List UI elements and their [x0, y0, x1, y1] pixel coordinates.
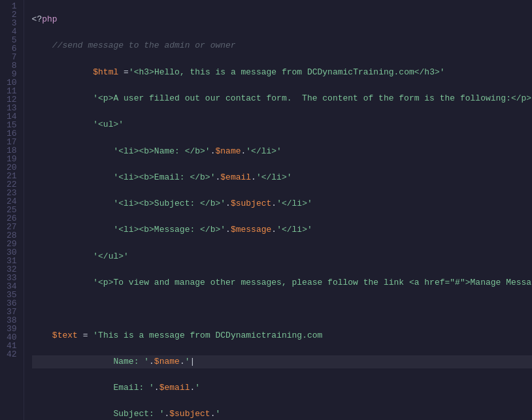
code-line-9: '<li><b>Message: </b>'.$message.'</li>' — [32, 223, 532, 236]
code-line-10: '</ul>' — [32, 250, 532, 263]
code-line-14: Name: '.$name.'| — [32, 355, 532, 368]
code-line-3: $html ='<h3>Hello, this is a message fro… — [32, 66, 532, 79]
code-line-11: '<p>To view and manage other messages, p… — [32, 276, 532, 289]
code-line-5: '<ul>' — [32, 118, 532, 131]
line-numbers: 1 2 3 4 5 6 7 8 9 10 11 12 13 14 15 16 1… — [0, 0, 24, 420]
code-line-4: '<p>A user filled out our contact form. … — [32, 92, 532, 105]
code-line-12 — [32, 302, 532, 315]
code-line-8: '<li><b>Subject: </b>'.$subject.'</li>' — [32, 197, 532, 210]
code-line-6: '<li><b>Name: </b>'.$name.'</li>' — [32, 145, 532, 158]
code-line-16: Subject: '.$subject.' — [32, 408, 532, 420]
code-editor: 1 2 3 4 5 6 7 8 9 10 11 12 13 14 15 16 1… — [0, 0, 532, 420]
code-lines[interactable]: <?php //send message to the admin or own… — [24, 0, 532, 420]
code-line-1: <?php — [32, 13, 532, 26]
code-line-15: Email: '.$email.' — [32, 381, 532, 395]
code-line-7: '<li><b>Email: </b>'.$email.'</li>' — [32, 171, 532, 184]
code-line-13: $text = 'This is a message from DCDynami… — [32, 329, 532, 342]
code-line-2: //send message to the admin or owner — [32, 39, 532, 52]
